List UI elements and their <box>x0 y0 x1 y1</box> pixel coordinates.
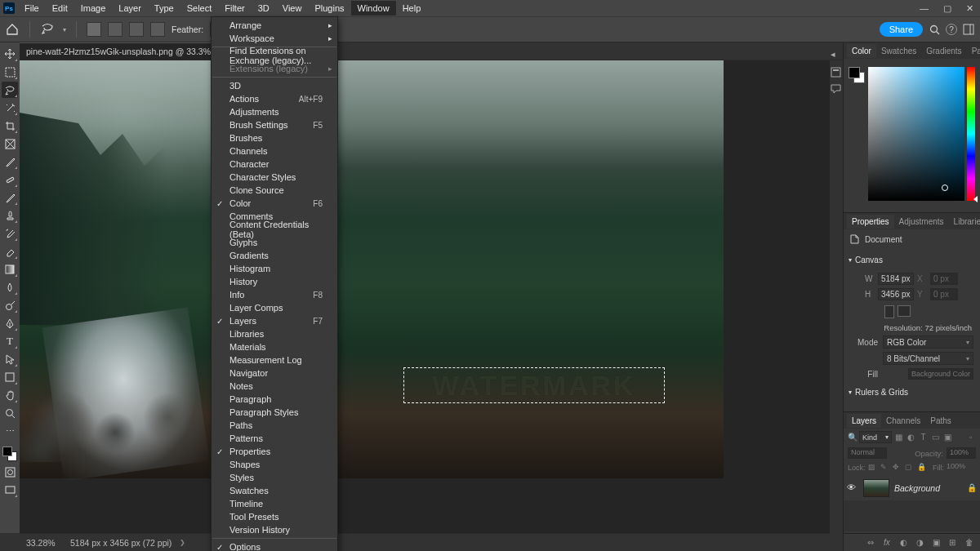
menu-window[interactable]: Window <box>351 1 396 16</box>
stamp-tool[interactable] <box>2 207 18 224</box>
adjustment-icon[interactable]: ◑ <box>916 538 926 548</box>
marquee-tool[interactable] <box>2 64 18 80</box>
blend-mode-select[interactable]: Normal <box>848 447 887 459</box>
menu-timeline[interactable]: Timeline <box>212 497 337 510</box>
filter-adjust-icon[interactable]: ◐ <box>906 432 916 442</box>
new-layer-icon[interactable]: ⊞ <box>949 538 959 548</box>
shape-tool[interactable] <box>2 369 18 385</box>
tab-adjustments[interactable]: Adjustments <box>894 215 949 229</box>
menu-measurement-log[interactable]: Measurement Log <box>212 353 337 367</box>
brush-tool[interactable] <box>2 189 18 206</box>
lock-all-icon[interactable]: 🔒 <box>917 463 927 473</box>
menu-histogram[interactable]: Histogram <box>212 262 337 275</box>
tab-channels[interactable]: Channels <box>881 414 925 428</box>
width-input[interactable] <box>878 273 914 285</box>
menu-brush-settings[interactable]: Brush SettingsF5 <box>212 118 337 131</box>
menu-patterns[interactable]: Patterns <box>212 432 337 445</box>
menu-swatches[interactable]: Swatches <box>212 484 337 497</box>
layer-thumbnail[interactable] <box>863 479 889 497</box>
path-select-tool[interactable] <box>2 351 18 367</box>
menu-file[interactable]: File <box>18 1 46 16</box>
layer-item[interactable]: 👁 Background 🔒 <box>844 476 980 500</box>
blur-tool[interactable] <box>2 279 18 295</box>
dodge-tool[interactable] <box>2 297 18 313</box>
history-brush-tool[interactable] <box>2 225 18 242</box>
menu-plugins[interactable]: Plugins <box>308 1 350 16</box>
menu-paths[interactable]: Paths <box>212 419 337 432</box>
comments-panel-icon[interactable] <box>831 83 842 95</box>
maximize-icon[interactable]: ▢ <box>943 3 951 14</box>
menu-view[interactable]: View <box>276 1 309 16</box>
move-tool[interactable] <box>2 46 18 62</box>
gradient-tool[interactable] <box>2 261 18 278</box>
link-layers-icon[interactable]: ⇔ <box>867 538 877 548</box>
menu-paragraph[interactable]: Paragraph <box>212 393 337 406</box>
eyedropper-tool[interactable] <box>2 153 18 170</box>
selection-subtract-button[interactable] <box>129 22 144 37</box>
menu-character[interactable]: Character <box>212 158 337 171</box>
fill-input[interactable]: 100% <box>947 462 976 473</box>
portrait-button[interactable] <box>884 305 894 318</box>
canvas-area[interactable]: WATERMARK <box>20 60 830 533</box>
menu-type[interactable]: Type <box>148 1 180 16</box>
menu-actions[interactable]: ActionsAlt+F9 <box>212 92 337 105</box>
menu-help[interactable]: Help <box>396 1 428 16</box>
menu-info[interactable]: InfoF8 <box>212 288 337 301</box>
lasso-tool-icon[interactable] <box>40 21 56 38</box>
search-icon[interactable] <box>928 23 941 36</box>
tab-paths[interactable]: Paths <box>925 414 956 428</box>
selection-new-button[interactable] <box>87 22 101 37</box>
lock-pos-icon[interactable]: ✥ <box>893 463 902 473</box>
filter-smart-icon[interactable]: ▣ <box>942 432 953 442</box>
menu-paragraph-styles[interactable]: Paragraph Styles <box>212 406 337 419</box>
eraser-tool[interactable] <box>2 243 18 260</box>
expand-icon[interactable]: ◂ <box>831 49 842 60</box>
tab-patterns[interactable]: Patterns <box>967 44 980 58</box>
menu-clone-source[interactable]: Clone Source <box>212 184 337 197</box>
tab-swatches[interactable]: Swatches <box>876 44 921 58</box>
filter-kind-select[interactable]: Kind▾ <box>859 431 892 443</box>
menu-gradients[interactable]: Gradients <box>212 249 337 262</box>
status-menu-icon[interactable]: ❯ <box>180 539 185 546</box>
rulers-section-header[interactable]: ▾Rulers & Grids <box>844 384 980 400</box>
menu-channels[interactable]: Channels <box>212 144 337 158</box>
menu-arrange[interactable]: Arrange <box>212 19 337 32</box>
more-tools-icon[interactable]: ⋯ <box>2 423 18 439</box>
lock-paint-icon[interactable]: ✎ <box>880 463 890 473</box>
menu-extensions-legacy[interactable]: Extensions (legacy) <box>212 62 337 75</box>
type-tool[interactable]: T <box>2 333 18 349</box>
help-icon[interactable]: ? <box>946 24 957 35</box>
menu-character-styles[interactable]: Character Styles <box>212 171 337 184</box>
screenmode-icon[interactable] <box>2 482 18 498</box>
pen-tool[interactable] <box>2 315 18 331</box>
menu-history[interactable]: History <box>212 275 337 288</box>
color-picker[interactable] <box>844 59 980 212</box>
history-panel-icon[interactable] <box>831 67 842 78</box>
menu-layer[interactable]: Layer <box>112 1 148 16</box>
menu-notes[interactable]: Notes <box>212 380 337 393</box>
lock-trans-icon[interactable]: ▨ <box>868 463 878 473</box>
filter-toggle-icon[interactable]: ◦ <box>965 432 976 442</box>
zoom-level[interactable]: 33.28% <box>26 538 62 548</box>
menu-adjustments[interactable]: Adjustments <box>212 105 337 118</box>
menu-tool-presets[interactable]: Tool Presets <box>212 510 337 523</box>
menu-workspace[interactable]: Workspace <box>212 32 337 45</box>
canvas-section-header[interactable]: ▾Canvas <box>844 252 980 268</box>
menu-select[interactable]: Select <box>180 1 219 16</box>
menu-navigator[interactable]: Navigator <box>212 367 337 380</box>
hand-tool[interactable] <box>2 387 18 403</box>
home-icon[interactable] <box>5 22 20 37</box>
frame-tool[interactable] <box>2 136 18 152</box>
menu-version-history[interactable]: Version History <box>212 523 337 536</box>
crop-tool[interactable] <box>2 118 18 134</box>
menu-layers[interactable]: ✓LayersF7 <box>212 314 337 327</box>
zoom-tool[interactable] <box>2 405 18 421</box>
menu-shapes[interactable]: Shapes <box>212 458 337 471</box>
minimize-icon[interactable]: — <box>920 3 929 13</box>
menu-content-credentials-beta-[interactable]: Content Credentials (Beta) <box>212 223 337 236</box>
tab-layers[interactable]: Layers <box>847 414 881 428</box>
menu-layer-comps[interactable]: Layer Comps <box>212 301 337 314</box>
quickmask-icon[interactable] <box>2 464 18 480</box>
menu-find-extensions[interactable]: Find Extensions on Exchange (legacy)... <box>212 49 337 62</box>
delete-icon[interactable]: 🗑 <box>965 538 975 548</box>
